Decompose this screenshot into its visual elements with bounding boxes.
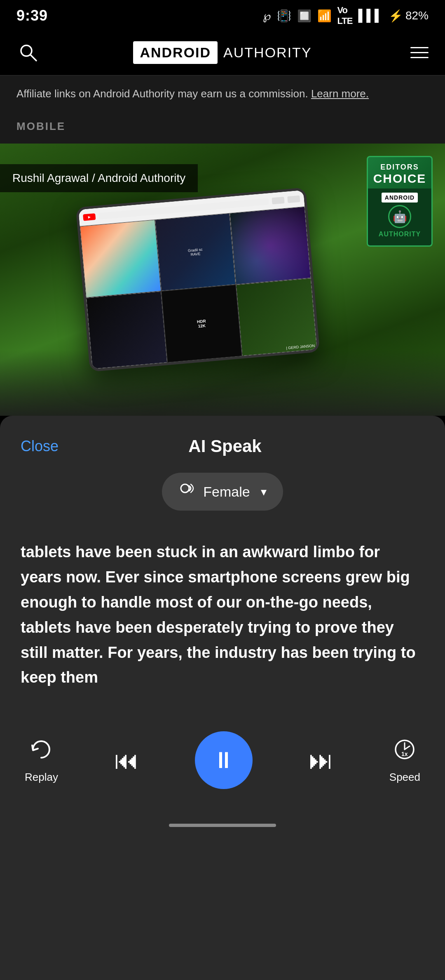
badge-robot-icon: 🤖 [388, 205, 411, 228]
speed-label: Speed [389, 771, 420, 784]
status-icons: ℘ 📳 🔲 📶 VoLTE ▌▌▌ ⚡ 82% [263, 5, 429, 26]
speed-button[interactable]: 1x Speed [389, 737, 420, 784]
replay-button[interactable]: Replay [25, 737, 58, 784]
thumb-5 [161, 285, 242, 363]
category-text[interactable]: MOBILE [16, 120, 66, 132]
thumb-6: | GERD JANSON [236, 278, 317, 356]
volte-icon: VoLTE [337, 5, 353, 26]
skip-back-icon: ⏮ [114, 746, 139, 775]
voice-speaker-icon [178, 482, 195, 502]
article-text: tablets have been stuck in an awkward li… [21, 539, 424, 690]
badge-top: EDITORS CHOICE [367, 156, 433, 188]
bottom-sheet: Close AI Speak Female ▾ tablets have bee… [0, 416, 445, 980]
status-bar: 9:39 ℘ 📳 🔲 📶 VoLTE ▌▌▌ ⚡ 82% [0, 0, 445, 30]
speed-icon: 1x [392, 737, 417, 765]
attribution-overlay: Rushil Agrawal / Android Authority [0, 164, 198, 192]
affiliate-text: Affiliate links on Android Authority may… [16, 87, 369, 100]
replay-label: Replay [25, 771, 58, 784]
site-header: ANDROID AUTHORITY [0, 30, 445, 75]
tablet-mockup: | GERD JANSON [76, 188, 320, 372]
replay-icon [29, 737, 54, 765]
menu-line-2 [410, 52, 429, 53]
pause-icon: ⏸ [212, 749, 235, 772]
svg-line-5 [405, 746, 410, 749]
learn-more-link[interactable]: Learn more. [311, 87, 369, 100]
youtube-logo [83, 213, 96, 221]
battery-icon: ⚡ 82% [389, 9, 429, 23]
home-bar [169, 824, 276, 827]
badge-choice-text: CHOICE [371, 172, 428, 185]
voice-selector: Female ▾ [0, 473, 445, 511]
search-icon[interactable] [16, 41, 40, 64]
hero-background: | GERD JANSON Rushil Agrawal / Android A… [0, 144, 445, 416]
signal-icon: ▌▌▌ [358, 9, 383, 22]
category-section: MOBILE [0, 112, 445, 144]
svg-text:1x: 1x [401, 751, 408, 757]
battery-percent: 82% [405, 9, 429, 22]
badge-brand-text: ANDROID [382, 193, 418, 203]
thumb-4 [86, 291, 167, 369]
sheet-title: AI Speak [188, 436, 261, 456]
bluetooth-icon: ℘ [263, 9, 271, 23]
badge-authority-text: AUTHORITY [379, 231, 421, 238]
badge-editors-text: EDITORS [371, 163, 428, 172]
wifi-icon: 📶 [317, 9, 332, 23]
voice-pill-button[interactable]: Female ▾ [162, 473, 283, 511]
thumb-2 [155, 213, 236, 291]
skip-back-button[interactable]: ⏮ [114, 746, 139, 775]
thumb-1 [80, 220, 161, 298]
hero-image: | GERD JANSON Rushil Agrawal / Android A… [0, 144, 445, 416]
logo-android-text: ANDROID [133, 41, 218, 64]
svg-point-2 [181, 484, 189, 492]
svg-line-1 [30, 55, 36, 61]
attribution-text: Rushil Agrawal / Android Authority [12, 172, 185, 184]
tablet-screen: | GERD JANSON [78, 190, 317, 369]
playback-controls: Replay ⏮ ⏸ ⏭ 1x Speed [0, 715, 445, 814]
bluetooth2-icon: 🔲 [297, 9, 312, 23]
menu-icon[interactable] [405, 41, 429, 64]
site-logo[interactable]: ANDROID AUTHORITY [133, 41, 312, 64]
logo-authority-text: AUTHORITY [218, 45, 312, 61]
close-button[interactable]: Close [21, 438, 59, 455]
pause-button[interactable]: ⏸ [195, 731, 253, 789]
thumb-3 [230, 207, 311, 285]
menu-line-1 [410, 47, 429, 48]
skip-forward-icon: ⏭ [309, 746, 333, 775]
sheet-header: Close AI Speak [0, 416, 445, 469]
status-time: 9:39 [16, 7, 48, 24]
home-indicator [0, 814, 445, 834]
editors-choice-badge: EDITORS CHOICE ANDROID 🤖 AUTHORITY [367, 156, 433, 247]
skip-forward-button[interactable]: ⏭ [309, 746, 333, 775]
menu-line-3 [410, 57, 429, 58]
chevron-down-icon: ▾ [261, 485, 267, 499]
affiliate-bar: Affiliate links on Android Authority may… [0, 75, 445, 112]
voice-label: Female [203, 484, 250, 500]
article-text-area: tablets have been stuck in an awkward li… [0, 531, 445, 715]
badge-bottom: ANDROID 🤖 AUTHORITY [367, 188, 433, 247]
vibrate-icon: 📳 [277, 9, 291, 23]
